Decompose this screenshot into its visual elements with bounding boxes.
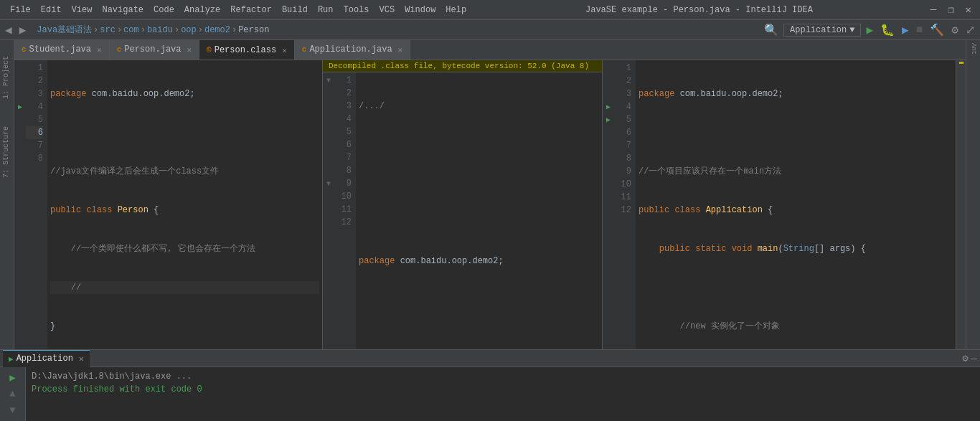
expand-button[interactable]: ⤢ [963,23,977,37]
gutter-5 [14,113,26,126]
class-code-2 [359,138,599,151]
menu-build[interactable]: Build [278,4,312,16]
menu-refactor[interactable]: Refactor [226,4,276,16]
menu-navigate[interactable]: Navigate [98,4,148,16]
back-button[interactable]: ◀ [3,23,14,37]
menu-edit[interactable]: Edit [37,4,66,16]
minimize-button[interactable]: — [928,4,939,16]
java-icon-student: c [22,45,27,54]
tab-person-java[interactable]: c Person.java ✕ [110,40,199,60]
menu-analyze[interactable]: Analyze [180,4,225,16]
scroll-up-button[interactable]: ▲ [6,387,20,401]
application-code-content[interactable]: package com.baidu.oop.demo2; //一个项目应该只存在… [636,60,956,349]
gutter-run-4[interactable]: ▶ [14,100,26,113]
app-code-6 [639,281,953,294]
person-class-code-lines: ▼ ▼ 1 2 [323,72,602,349]
tab-close-student[interactable]: ✕ [97,45,102,55]
sidebar-right-ant[interactable]: Ant [969,40,979,57]
stop-button[interactable]: ■ [914,24,925,37]
menu-code[interactable]: Code [149,4,179,16]
window-title: JavaSE example - Person.java - IntelliJ … [471,5,928,15]
tab-person-class[interactable]: © Person.class ✕ [199,40,295,60]
run-button[interactable]: ▶ [864,23,875,37]
person-class-editor: Decompiled .class file, bytecode version… [323,60,603,349]
menu-vcs[interactable]: VCS [375,4,400,16]
class-code-1: /.../ [359,100,599,113]
class-gutter-6 [323,138,334,151]
minimize-panel-btn[interactable]: — [971,353,977,364]
menu-view[interactable]: View [67,4,97,16]
debug-button[interactable]: 🐛 [878,23,897,37]
application-java-code-lines: ▶ ▶ 1 2 3 4 5 [603,60,966,349]
tab-label-application: Application.java [309,44,392,55]
tab-label-student: Student.java [29,44,91,55]
forward-button[interactable]: ▶ [17,23,29,37]
run-again-button[interactable]: ▶ [6,370,20,384]
person-java-code-lines: ▶ 1 2 3 4 5 6 7 8 [14,60,322,349]
run-config-label: Application [790,25,847,35]
class-gutter-12 [323,216,334,229]
tab-close-person-class[interactable]: ✕ [282,46,287,55]
tab-close-person-java[interactable]: ✕ [187,45,192,55]
settings-button[interactable]: ⚙ [949,23,961,37]
run-tab-close[interactable]: ✕ [79,354,84,364]
application-line-numbers: 1 2 3 4 5 6 7 8 9 10 11 12 [614,60,636,349]
code-line-1: package com.baidu.oop.demo2; [50,87,319,100]
app-gutter-9 [603,165,614,178]
code-line-3: //java文件编译之后会生成一个class文件 [50,165,319,178]
class-gutter-8 [323,164,334,177]
run-tab-icon: ▶ [9,354,14,364]
app-gutter-1 [603,62,614,75]
menu-bar[interactable]: File Edit View Navigate Code Analyze Ref… [6,4,471,16]
menu-help[interactable]: Help [441,4,471,16]
run-controls: ▶ ▲ ▼ ■ 📷 ↩ [0,367,26,421]
sidebar-structure-tab[interactable]: 7: Structure [1,122,14,179]
sidebar-project-tab[interactable]: 1: Project [1,43,14,100]
window-controls[interactable]: — ❐ ✕ [928,4,974,16]
class-code-5: package com.baidu.oop.demo2; [359,255,599,268]
person-class-gutter: ▼ ▼ [323,72,334,349]
gutter-run-1[interactable] [14,62,26,75]
search-everywhere-icon[interactable]: 🔍 [762,23,781,37]
person-class-code-content[interactable]: /.../ package com.baidu.oop.demo2; publi… [356,72,602,349]
settings-btn[interactable]: ⚙ [962,352,968,364]
breadcrumb-java[interactable]: Java基础语法 [37,24,92,36]
app-gutter-2 [603,75,614,87]
person-java-code-content[interactable]: package com.baidu.oop.demo2; //java文件编译之… [47,60,322,349]
run-config-selector[interactable]: Application ▼ [783,24,861,37]
class-code-6 [359,293,599,306]
app-gutter-12 [603,204,614,217]
menu-window[interactable]: Window [400,4,440,16]
run-tab[interactable]: ▶ Application ✕ [3,350,90,367]
class-gutter-7 [323,151,334,164]
menu-tools[interactable]: Tools [339,4,374,16]
breadcrumb-demo2[interactable]: demo2 [204,25,230,35]
breadcrumb-com[interactable]: com [123,25,139,35]
output-line-3: Process finished with exit code 0 [32,383,974,396]
maximize-button[interactable]: ❐ [945,4,956,16]
menu-file[interactable]: File [6,4,35,16]
app-gutter-11 [603,191,614,204]
person-java-editor: ▶ 1 2 3 4 5 6 7 8 [14,60,323,349]
application-java-editor: ▶ ▶ 1 2 3 4 5 [603,60,966,349]
app-gutter-5: ▶ [603,113,614,126]
breadcrumb-oop[interactable]: oop [181,25,197,35]
breadcrumb-src[interactable]: src [100,25,116,35]
close-button[interactable]: ✕ [963,4,974,16]
tab-student-java[interactable]: c Student.java ✕ [14,40,110,60]
code-line-4: public class Person { [50,204,319,217]
build-button[interactable]: 🔨 [928,23,946,37]
run-config-dropdown-icon[interactable]: ▼ [849,25,854,35]
code-line-7: } [50,320,319,333]
code-line-5: //一个类即使什么都不写, 它也会存在一个方法 [50,242,319,255]
app-gutter-6 [603,126,614,139]
tab-close-application[interactable]: ✕ [398,45,403,55]
tab-application-java[interactable]: c Application.java ✕ [295,40,410,60]
breadcrumb-baidu[interactable]: baidu [147,25,173,35]
breadcrumb-person[interactable]: Person [238,25,269,35]
tab-label-person-class: Person.class [215,45,276,55]
scroll-down-button[interactable]: ▼ [6,403,20,417]
run-with-coverage-button[interactable]: ▶ [900,23,911,37]
menu-run[interactable]: Run [314,4,338,16]
app-code-3: //一个项目应该只存在一个main方法 [639,165,953,178]
